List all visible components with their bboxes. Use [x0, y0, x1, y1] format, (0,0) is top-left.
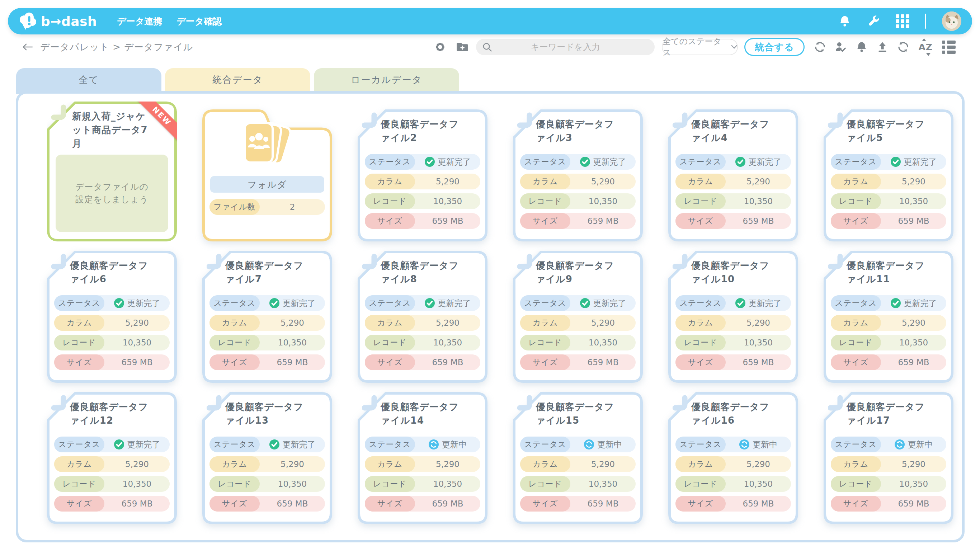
status-row: ステータス — [675, 436, 791, 452]
size-label: サイズ — [520, 354, 570, 370]
status-value: 更新完了 — [127, 439, 160, 450]
status-done-icon — [425, 298, 435, 308]
data-file-card[interactable]: 優良顧客データファイル7 ステータス — [202, 251, 332, 383]
size-row: サイズ 659 MB — [831, 496, 946, 511]
status-value: 更新中 — [908, 439, 933, 450]
data-file-card[interactable]: 優良顧客データファイル5 ステータス — [824, 110, 953, 241]
columns-value: 5,290 — [415, 177, 480, 186]
nav-item-data-integration[interactable]: データ連携 — [117, 16, 162, 27]
data-file-card[interactable]: 優良顧客データファイル6 ステータス — [47, 251, 177, 383]
columns-row: カラム 5,290 — [831, 315, 946, 331]
columns-value: 5,290 — [260, 460, 325, 469]
size-row: サイズ 659 MB — [831, 354, 946, 370]
user-check-icon[interactable] — [835, 41, 847, 53]
tab-local-data[interactable]: ローカルデータ — [314, 68, 459, 94]
refresh-icon[interactable] — [814, 41, 826, 53]
data-tabs: 全て 統合データ ローカルデータ — [16, 68, 459, 94]
records-row: レコード 10,350 — [520, 476, 636, 492]
status-filter-dropdown[interactable]: 全てのステータス — [662, 39, 738, 55]
data-file-card[interactable]: 優良顧客データファイル13 ステータス — [202, 392, 332, 524]
integrate-button[interactable]: 統合する — [745, 38, 804, 56]
logo-bubble-icon — [19, 12, 37, 30]
records-row: レコード 10,350 — [675, 193, 791, 209]
data-file-card[interactable]: 優良顧客データファイル9 ステータス — [513, 251, 643, 383]
data-file-card[interactable]: 優良顧客データファイル15 ステータス — [513, 392, 643, 524]
notification-icon[interactable] — [856, 41, 868, 53]
status-value: 更新完了 — [904, 156, 937, 167]
new-file-card[interactable]: 新規入荷_ジャケット商品データ7月 データファイルの設定をしましょう NEW — [47, 102, 177, 241]
status-row: ステータス — [210, 295, 325, 311]
size-value: 659 MB — [104, 358, 170, 367]
sort-az-icon[interactable]: AZ — [918, 41, 933, 54]
sort-az-text: AZ — [919, 42, 933, 53]
data-file-card[interactable]: 優良顧客データファイル10 ステータス — [668, 251, 798, 383]
records-label: レコード — [54, 476, 104, 492]
size-value: 659 MB — [570, 216, 636, 226]
columns-row: カラム 5,290 — [365, 315, 480, 331]
columns-value: 5,290 — [881, 177, 946, 186]
data-file-card[interactable]: 優良顧客データファイル8 ステータス — [358, 251, 487, 383]
data-file-card[interactable]: 優良顧客データファイル3 ステータス — [513, 110, 643, 241]
data-file-card[interactable]: 優良顧客データファイル17 ステータス — [824, 392, 953, 524]
wrench-icon[interactable] — [867, 15, 880, 28]
data-file-card[interactable]: 優良顧客データファイル12 ステータス — [47, 392, 177, 524]
file-title: 優良顧客データファイル7 — [202, 251, 304, 286]
apps-grid-icon[interactable] — [896, 14, 909, 28]
status-row: ステータス — [365, 295, 480, 311]
toolbar-icon-group: AZ — [814, 41, 956, 54]
settings-icon[interactable] — [433, 40, 447, 54]
columns-row: カラム 5,290 — [520, 315, 636, 331]
records-row: レコード 10,350 — [365, 335, 480, 350]
status-done-icon — [580, 157, 590, 167]
records-value: 10,350 — [881, 338, 946, 347]
nav-item-data-check[interactable]: データ確認 — [177, 16, 222, 27]
status-filter-value: 全てのステータス — [663, 36, 727, 58]
upload-icon[interactable] — [877, 41, 889, 53]
avatar[interactable] — [942, 11, 961, 31]
status-label: ステータス — [675, 295, 725, 311]
size-label: サイズ — [675, 213, 725, 229]
records-value: 10,350 — [725, 197, 791, 206]
size-label: サイズ — [365, 354, 415, 370]
data-file-card[interactable]: 優良顧客データファイル16 ステータス — [668, 392, 798, 524]
status-updating-icon — [895, 440, 905, 449]
data-file-card[interactable]: 優良顧客データファイル4 ステータス — [668, 110, 798, 241]
tab-all[interactable]: 全て — [16, 68, 161, 94]
columns-row: カラム 5,290 — [210, 456, 325, 472]
status-value: 更新完了 — [127, 298, 160, 309]
app-logo[interactable]: b→dash — [19, 12, 97, 30]
file-title: 優良顧客データファイル3 — [513, 110, 614, 145]
folder-card[interactable]: フォルダ ファイル数 2 — [202, 110, 332, 241]
status-label: ステータス — [210, 436, 260, 452]
add-folder-icon[interactable] — [455, 40, 469, 54]
search-input[interactable] — [493, 42, 649, 52]
status-row: ステータス — [675, 154, 791, 170]
file-title: 優良顧客データファイル16 — [668, 392, 770, 427]
bell-icon[interactable] — [838, 15, 851, 28]
status-done-icon — [114, 298, 124, 308]
sync-icon[interactable] — [897, 41, 909, 53]
tab-integrated-data[interactable]: 統合データ — [165, 68, 310, 94]
status-label: ステータス — [520, 295, 570, 311]
records-label: レコード — [520, 476, 570, 492]
size-value: 659 MB — [881, 499, 946, 508]
data-file-card[interactable]: 優良顧客データファイル14 ステータス — [358, 392, 487, 524]
size-label: サイズ — [210, 354, 260, 370]
records-label: レコード — [365, 335, 415, 350]
size-value: 659 MB — [415, 216, 480, 226]
list-view-icon[interactable] — [942, 41, 956, 54]
records-value: 10,350 — [570, 479, 636, 489]
records-row: レコード 10,350 — [520, 193, 636, 209]
status-row: ステータス — [520, 436, 636, 452]
file-title: 優良顧客データファイル11 — [824, 251, 925, 286]
size-row: サイズ 659 MB — [365, 354, 480, 370]
status-done-icon — [580, 298, 590, 308]
columns-label: カラム — [675, 174, 725, 190]
records-label: レコード — [675, 335, 725, 350]
size-value: 659 MB — [725, 499, 791, 508]
data-file-card[interactable]: 優良顧客データファイル2 ステータス — [358, 110, 487, 241]
status-updating-icon — [739, 440, 749, 449]
back-button[interactable] — [22, 41, 34, 53]
status-updating-icon — [429, 440, 439, 449]
data-file-card[interactable]: 優良顧客データファイル11 ステータス — [824, 251, 953, 383]
